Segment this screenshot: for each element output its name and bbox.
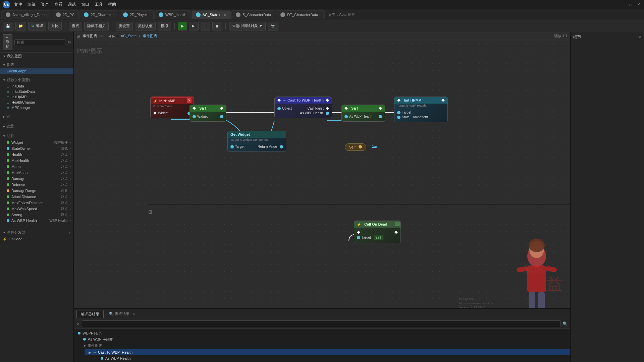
- tab-find-results[interactable]: 🔍 查找结果 ✕: [105, 310, 140, 318]
- variables-header[interactable]: ▶ 变量: [0, 123, 73, 130]
- sidebar-item-initastatedata[interactable]: ◇ InitaStateData: [0, 89, 73, 94]
- menu-debug[interactable]: 调试: [68, 2, 76, 7]
- defaults-button[interactable]: 类默认值: [135, 22, 156, 31]
- tab-wbp-health[interactable]: WBP_Health: [154, 10, 191, 19]
- nav-forward[interactable]: ▶: [112, 34, 115, 38]
- sidebar-item-initdata[interactable]: ◇ InitData: [0, 83, 73, 89]
- close-button[interactable]: ✕: [636, 2, 641, 7]
- sidebar-item-event-graph[interactable]: EventGraph: [0, 68, 73, 74]
- blueprint-canvas[interactable]: PMP显示: [74, 40, 570, 308]
- result-as-wbp-health[interactable]: As WBP Health: [79, 336, 570, 342]
- sidebar-item-attackdist[interactable]: AttackDistance 浮点 ›: [0, 194, 73, 200]
- node-call-on-dead[interactable]: ⚡ Call On Dead Target self: [354, 221, 401, 243]
- tab-compiler-results[interactable]: 编译器结果: [76, 310, 104, 318]
- right-panel-close[interactable]: ✕: [638, 35, 641, 40]
- search-submit-icon[interactable]: 🔍: [562, 321, 568, 326]
- nav-back[interactable]: ◀: [108, 34, 111, 38]
- tab-2d-character[interactable]: 2D_Character: [79, 10, 118, 19]
- result-wbphealth[interactable]: WBPHealth: [74, 330, 570, 336]
- menu-view[interactable]: 查看: [54, 2, 62, 7]
- node-cast-wbp-health[interactable]: ⇒ Cast To WBP_Health Object Cast Failed …: [274, 97, 332, 118]
- sidebar-item-defense[interactable]: Defense 浮点 ›: [0, 182, 73, 188]
- result-as-wbp-health-sub[interactable]: As WBP Health: [85, 355, 570, 361]
- sidebar-item-healthchange[interactable]: ◇ HealthChange: [0, 100, 73, 105]
- simulation-button[interactable]: 模拟: [158, 22, 171, 31]
- node-self[interactable]: Self: [345, 143, 366, 151]
- event-dispatchers-header[interactable]: ▼ 事件分发器 +: [0, 229, 73, 236]
- defense-arrow: ›: [70, 183, 71, 187]
- sidebar-item-maxhealth[interactable]: MaxHealth 浮点 ›: [0, 158, 73, 164]
- sidebar-item-maxwalkspeed[interactable]: MaxWalkSpeed 浮点 ›: [0, 206, 73, 212]
- func-icon-4: ◇: [7, 106, 9, 110]
- components-header[interactable]: ▼ 组件 +: [0, 132, 73, 139]
- debug-options-button[interactable]: 未选中调试对象 ▼: [229, 22, 266, 31]
- widget-dot: [7, 141, 9, 144]
- result-cast-wbp-highlighted[interactable]: ▶ ⇒ Cast To WBP_Health: [85, 349, 570, 355]
- add-button[interactable]: + 添加: [3, 34, 12, 50]
- node-set-1[interactable]: SET Widget: [190, 105, 226, 122]
- sidebar-item-maxmana[interactable]: MaxMana 浮点 ›: [0, 170, 73, 176]
- menu-window[interactable]: 窗口: [81, 2, 89, 7]
- sidebar-item-health[interactable]: Health 浮点 ›: [0, 152, 73, 158]
- sidebar-item-stateowner[interactable]: StateOwner 角色 ›: [0, 145, 73, 152]
- sidebar-item-maxfollowdist[interactable]: MaxFollowDistance 浮点 ›: [0, 200, 73, 206]
- find-results-close[interactable]: ✕: [132, 312, 136, 316]
- class-settings-button[interactable]: 类设置: [116, 22, 133, 31]
- sidebar-item-mana[interactable]: Mana 浮点 ›: [0, 164, 73, 170]
- functions-arrow: ▼: [3, 78, 6, 82]
- compare-button[interactable]: 对比: [48, 22, 62, 31]
- sidebar-item-damagerange[interactable]: DamageRange 向量 ›: [0, 188, 73, 194]
- search-field[interactable]: "WBPHealth": [82, 320, 560, 327]
- menu-help[interactable]: 帮助: [108, 2, 116, 7]
- menu-asset[interactable]: 资产: [41, 2, 49, 7]
- step-forward-button[interactable]: ▶|: [189, 22, 199, 31]
- tab-ac-state[interactable]: AC_State+ ✕: [192, 10, 231, 19]
- search-input[interactable]: [14, 39, 65, 45]
- bp-panel-close[interactable]: ✕: [100, 34, 103, 38]
- node-init-hpmp-event[interactable]: ⚡ InitHpMP ✕ Custom Event Widget: [150, 97, 194, 118]
- browse-button[interactable]: 📁: [15, 22, 26, 31]
- sidebar-item-ondead[interactable]: ⚡ OnDead: [0, 236, 73, 242]
- tab-close-ac-state[interactable]: ✕: [224, 13, 226, 17]
- minimize-button[interactable]: ─: [620, 2, 625, 7]
- menu-file[interactable]: 文件: [14, 2, 22, 7]
- menu-bar: 文件 编辑 资产 查看 调试 窗口 工具 帮助: [14, 2, 116, 7]
- macros-header[interactable]: ▶ 宏: [0, 113, 73, 120]
- graphs-header[interactable]: ▼ 图表: [0, 61, 73, 68]
- maxhealth-dot: [7, 159, 9, 162]
- right-panel-header: 细节 ✕: [571, 32, 644, 42]
- search-clear-button[interactable]: ✕: [76, 321, 80, 326]
- dispatchers-add[interactable]: +: [69, 231, 71, 235]
- sidebar-item-widget[interactable]: Widget 控件组件 ›: [0, 139, 73, 145]
- find-button[interactable]: 查找: [69, 22, 82, 31]
- node-get-widget[interactable]: Get Widget Target is Widget Component Ta…: [227, 131, 286, 152]
- cast-failed-pin: [326, 107, 329, 110]
- components-add[interactable]: +: [69, 134, 71, 138]
- sidebar-item-as-wbp-health[interactable]: As WBP Health WBP Health ›: [0, 218, 73, 223]
- sidebar-item-damage[interactable]: Damage 浮点 ›: [0, 176, 73, 182]
- sidebar-item-mpchange[interactable]: ◇ MPChange: [0, 105, 73, 110]
- sidebar-item-strong[interactable]: Strong 浮点 ›: [0, 212, 73, 218]
- sidebar-item-inithpmp[interactable]: ◇ InitHpMP: [0, 94, 73, 100]
- node-set-2[interactable]: SET As WBP Health: [341, 105, 385, 122]
- compile-button[interactable]: ⚙ 编译: [28, 22, 46, 31]
- menu-edit[interactable]: 编辑: [28, 2, 36, 7]
- breadcrumb-link[interactable]: AC_State › 事件图表: [121, 34, 157, 39]
- tab-dt-character[interactable]: DT_CharacterData+: [276, 10, 325, 19]
- play-button[interactable]: ▶: [178, 22, 187, 31]
- maximize-button[interactable]: □: [628, 2, 633, 7]
- pause-button[interactable]: ⏸: [201, 22, 210, 31]
- tab-s-character[interactable]: S_CharacterData: [231, 10, 275, 19]
- aswbphealth-dot: [7, 219, 9, 222]
- menu-tools[interactable]: 工具: [95, 2, 103, 7]
- node-init-hpmp-func[interactable]: Init HPMP Target is WBP Health Target St…: [394, 97, 448, 122]
- tab-2d-player[interactable]: 2D_Player+: [119, 10, 154, 19]
- functions-header[interactable]: ▼ 函数(4个覆盖): [0, 76, 73, 83]
- tab-2d-pc[interactable]: 2D_PC: [52, 10, 79, 19]
- tab-asian-village[interactable]: Asian_Village_Demo: [1, 10, 51, 19]
- save-button[interactable]: 💾: [3, 22, 13, 31]
- hide-unrelated-button[interactable]: 隐藏不相关: [84, 22, 109, 31]
- stop-button[interactable]: ⏹: [212, 22, 222, 31]
- camera-button[interactable]: 📷: [268, 22, 278, 31]
- gear-icon[interactable]: ⚙: [67, 40, 71, 45]
